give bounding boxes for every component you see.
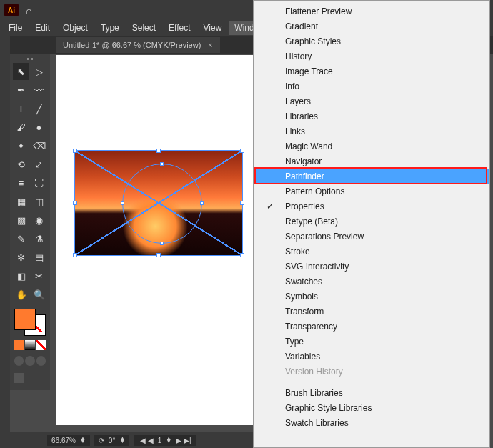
ellipse-path[interactable] [122,164,202,244]
fill-swatch[interactable] [14,309,36,330]
color-swatch-block [13,307,47,384]
tool-direct-selection[interactable]: ▷ [31,63,47,80]
tool-scale[interactable]: ⤢ [31,156,47,173]
menu-item-brush-libraries[interactable]: Brush Libraries [254,385,489,400]
menu-item-pattern-options[interactable]: Pattern Options [254,184,489,199]
tool-perspective[interactable]: ◫ [31,193,47,210]
menu-effect[interactable]: Effect [163,21,196,35]
draw-mode-icon[interactable] [14,356,24,366]
menu-item-libraries[interactable]: Libraries [254,109,489,124]
app-logo-icon: Ai [4,4,19,16]
tool-rotate[interactable]: ⟲ [13,156,29,173]
gradient-mode-icon[interactable] [25,340,34,350]
menu-item-variables[interactable]: Variables [254,349,489,364]
draw-mode-icon[interactable] [36,356,46,366]
menu-item-stroke[interactable]: Stroke [254,244,489,259]
menu-item-svg-interactivity[interactable]: SVG Interactivity [254,259,489,274]
menu-item-symbols[interactable]: Symbols [254,289,489,304]
artboard-nav[interactable]: |◀ ◀1▲▼▶ ▶| [134,435,195,446]
menu-separator [255,382,488,382]
tool-pen[interactable]: ✒ [13,81,29,99]
tool-artboard[interactable]: ◧ [13,267,29,284]
menu-item-history[interactable]: History [254,49,489,64]
tool-graph[interactable]: ▤ [31,249,47,266]
tool-free-transform[interactable]: ⛶ [31,174,47,191]
tool-selection[interactable]: ⬉ [13,63,29,80]
menu-item-image-trace[interactable]: Image Trace [254,64,489,79]
status-bar: 66.67%▲▼ ⟳0°▲▼ |◀ ◀1▲▼▶ ▶| [0,432,253,448]
menu-file[interactable]: File [3,21,28,35]
tool-mesh[interactable]: ▩ [13,211,29,229]
tool-symbol-sprayer[interactable]: ✻ [13,249,29,266]
tool-zoom[interactable]: 🔍 [31,286,47,303]
tab-label: Untitled-1* @ 66.67 % (CMYK/Preview) [63,41,201,49]
menu-item-transform[interactable]: Transform [254,304,489,319]
tool-slice[interactable]: ✂ [31,267,47,284]
color-mode-icon[interactable] [14,340,24,350]
tool-width[interactable]: ≡ [13,174,29,191]
menu-edit[interactable]: Edit [29,21,56,35]
menu-item-gradient[interactable]: Gradient [254,19,489,34]
menu-object[interactable]: Object [57,21,94,35]
tool-eyedropper[interactable]: ✎ [13,230,29,247]
canvas[interactable] [56,55,253,425]
panel-grip[interactable] [13,56,47,61]
rotate-field[interactable]: ⟳0°▲▼ [94,435,129,446]
home-icon[interactable]: ⌂ [26,4,32,16]
screen-mode-icon[interactable] [14,373,24,383]
tool-eraser[interactable]: ⌫ [31,137,47,154]
tool-curvature[interactable]: 〰 [31,81,47,99]
tool-brush[interactable]: 🖌 [13,119,29,136]
tool-shape-builder[interactable]: ▦ [13,193,29,210]
tool-blob-brush[interactable]: ● [31,119,47,136]
menu-item-magic-wand[interactable]: Magic Wand [254,139,489,154]
document-tab[interactable]: Untitled-1* @ 66.67 % (CMYK/Preview) × [56,37,220,53]
menu-item-swatches[interactable]: Swatches [254,274,489,289]
menu-item-flattener-preview[interactable]: Flattener Preview [254,4,489,19]
menu-item-type[interactable]: Type [254,334,489,349]
menu-item-separations-preview[interactable]: Separations Preview [254,229,489,244]
tool-panel: ⬉▷✒〰T╱🖌●✦⌫⟲⤢≡⛶▦◫▩◉✎⚗✻▤◧✂✋🔍 [10,54,50,390]
panel-gutter [0,36,10,436]
menu-item-links[interactable]: Links [254,124,489,139]
none-mode-icon[interactable] [36,340,46,350]
close-icon[interactable]: × [208,41,212,49]
menu-view[interactable]: View [198,21,228,35]
tool-hand[interactable]: ✋ [13,286,29,303]
draw-mode-icon[interactable] [25,356,34,366]
menu-item-navigator[interactable]: Navigator [254,154,489,169]
menu-type[interactable]: Type [95,21,125,35]
menu-item-info[interactable]: Info [254,79,489,94]
menu-item-transparency[interactable]: Transparency [254,319,489,334]
menu-item-graphic-styles[interactable]: Graphic Styles [254,34,489,49]
menu-item-swatch-libraries[interactable]: Swatch Libraries [254,415,489,430]
menu-item-pathfinder[interactable]: Pathfinder [254,169,489,184]
tool-gradient[interactable]: ◉ [31,211,47,229]
menu-item-retype-beta-[interactable]: Retype (Beta) [254,214,489,229]
tool-line[interactable]: ╱ [31,100,47,117]
zoom-field[interactable]: 66.67%▲▼ [47,435,90,446]
menu-item-version-history: Version History [254,364,489,379]
menu-select[interactable]: Select [126,21,161,35]
window-menu-dropdown: Flattener PreviewGradientGraphic StylesH… [253,0,490,448]
tool-blend[interactable]: ⚗ [31,230,47,247]
menu-item-graphic-style-libraries[interactable]: Graphic Style Libraries [254,400,489,415]
tool-type[interactable]: T [13,100,29,117]
tool-shaper[interactable]: ✦ [13,137,29,154]
menu-item-properties[interactable]: Properties [254,199,489,214]
menu-item-layers[interactable]: Layers [254,94,489,109]
